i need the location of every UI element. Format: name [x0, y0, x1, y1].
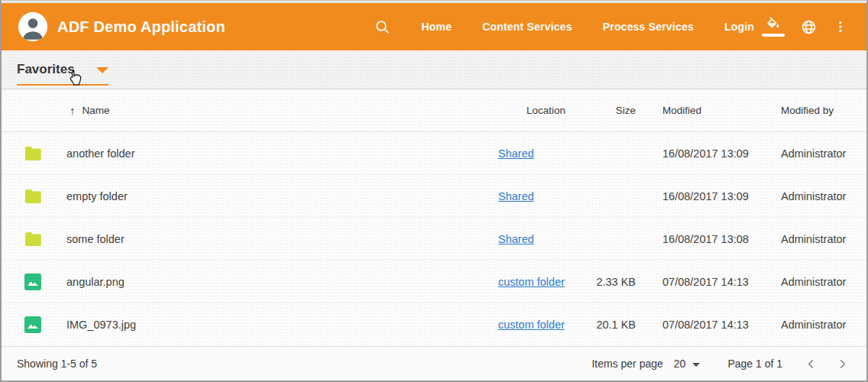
file-modified-by: Administrator: [781, 319, 851, 331]
header-actions: [762, 17, 848, 37]
file-location-link[interactable]: Shared: [498, 190, 534, 202]
column-header-location[interactable]: Location: [498, 105, 594, 116]
file-modified-date: 16/08/2017 13:08: [636, 233, 781, 245]
nav-item-home[interactable]: Home: [421, 21, 452, 33]
header-nav: Home Content Services Process Services L…: [374, 19, 754, 35]
column-header-size[interactable]: Size: [594, 105, 636, 116]
color-fill-underline: [762, 34, 785, 37]
file-modified-date: 16/08/2017 13:09: [636, 190, 781, 202]
chevron-down-icon: [96, 67, 108, 73]
file-modified-by: Administrator: [781, 233, 851, 245]
folder-icon: [24, 146, 66, 160]
pagination-footer: Showing 1-5 of 5 Items per page 20 Page …: [2, 346, 866, 380]
mouse-cursor-hand-icon: [66, 68, 85, 90]
app-window: ADF Demo Application Home Content Servic…: [0, 0, 868, 382]
color-fill-icon[interactable]: [762, 17, 785, 37]
folder-icon: [24, 189, 66, 203]
language-globe-icon[interactable]: [801, 19, 817, 35]
table-row[interactable]: IMG_0973.jpg custom folder 20.1 KB 07/08…: [2, 303, 866, 346]
documents-table: ↑ Name Location Size Modified Modified b…: [2, 89, 866, 346]
file-size: 2.33 KB: [594, 276, 636, 288]
file-name[interactable]: some folder: [66, 233, 498, 245]
image-icon: [24, 316, 66, 333]
nav-item-process-services[interactable]: Process Services: [603, 21, 694, 33]
chevron-down-icon: [692, 363, 700, 367]
file-modified-date: 07/08/2017 14:13: [636, 319, 781, 331]
file-modified-by: Administrator: [781, 147, 851, 160]
file-name[interactable]: empty folder: [66, 190, 498, 202]
nav-item-login[interactable]: Login: [724, 21, 754, 33]
file-modified-by: Administrator: [781, 190, 851, 202]
file-size: 20.1 KB: [594, 319, 636, 331]
items-per-page-select[interactable]: 20: [674, 358, 701, 370]
file-name[interactable]: angular.png: [66, 276, 498, 288]
favorites-active-underline: [17, 84, 108, 86]
table-row[interactable]: angular.png custom folder 2.33 KB 07/08/…: [2, 261, 866, 303]
items-per-page-label: Items per page: [591, 358, 662, 370]
column-header-name-label: Name: [83, 105, 110, 116]
table-row[interactable]: another folder Shared 16/08/2017 13:09 A…: [2, 132, 866, 175]
user-avatar-icon[interactable]: [18, 12, 47, 41]
pager-controls: Items per page 20 Page 1 of 1: [591, 358, 848, 370]
nav-item-content-services[interactable]: Content Services: [482, 21, 572, 33]
items-per-page-value: 20: [674, 358, 686, 370]
favorites-dropdown[interactable]: Favorites: [17, 50, 108, 89]
image-icon: [24, 274, 66, 290]
showing-range-label: Showing 1-5 of 5: [17, 358, 97, 370]
table-body: another folder Shared 16/08/2017 13:09 A…: [2, 132, 866, 346]
file-location-link[interactable]: custom folder: [498, 319, 565, 331]
app-header: ADF Demo Application Home Content Servic…: [2, 3, 866, 50]
more-vertical-icon[interactable]: [833, 19, 848, 34]
file-location-link[interactable]: Shared: [498, 233, 534, 245]
sort-ascending-icon: ↑: [70, 104, 76, 117]
file-modified-date: 07/08/2017 14:13: [636, 276, 781, 288]
page-status-label: Page 1 of 1: [727, 358, 782, 370]
file-modified-by: Administrator: [781, 276, 851, 288]
previous-page-button[interactable]: [805, 358, 817, 370]
file-location-link[interactable]: custom folder: [498, 276, 565, 288]
table-header-row: ↑ Name Location Size Modified Modified b…: [2, 89, 866, 132]
table-row[interactable]: some folder Shared 16/08/2017 13:08 Admi…: [2, 218, 866, 261]
table-row[interactable]: empty folder Shared 16/08/2017 13:09 Adm…: [2, 175, 866, 218]
view-toolbar: Favorites: [2, 50, 866, 89]
file-name[interactable]: another folder: [66, 147, 498, 160]
column-header-modified-by[interactable]: Modified by: [781, 105, 851, 116]
next-page-button[interactable]: [837, 358, 848, 370]
search-icon[interactable]: [374, 19, 390, 35]
folder-icon: [24, 231, 66, 246]
file-name[interactable]: IMG_0973.jpg: [66, 319, 498, 331]
column-header-name[interactable]: ↑ Name: [66, 104, 498, 117]
file-location-link[interactable]: Shared: [498, 147, 534, 160]
app-title: ADF Demo Application: [57, 18, 225, 36]
column-header-modified[interactable]: Modified: [636, 105, 781, 116]
file-modified-date: 16/08/2017 13:09: [636, 147, 781, 160]
